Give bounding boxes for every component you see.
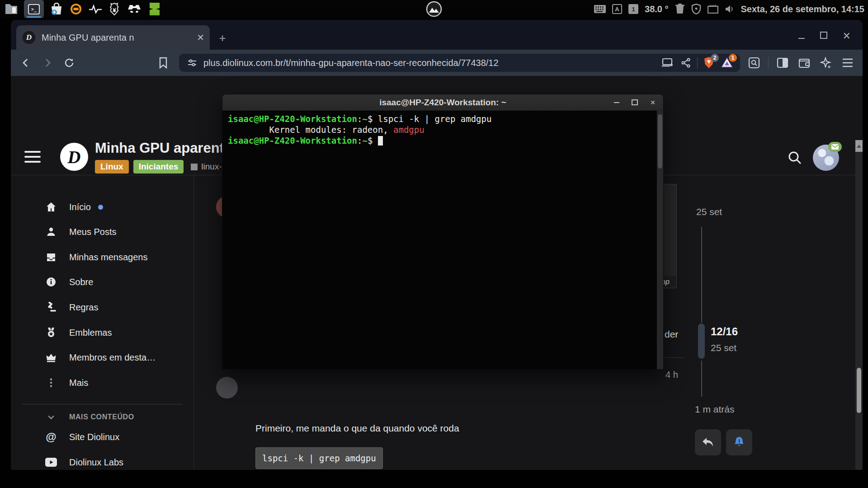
site-settings-tune-icon[interactable] xyxy=(185,56,199,70)
page-scrollbar-thumb[interactable] xyxy=(857,368,861,413)
terminal-close-button[interactable]: × xyxy=(649,99,657,107)
youtube-icon xyxy=(45,456,57,468)
sidebar-item-membros[interactable]: Membros em desta… xyxy=(33,345,186,370)
minimize-button[interactable] xyxy=(798,32,805,40)
leo-ai-sparkle-icon[interactable] xyxy=(818,55,834,70)
forum-menu-icon[interactable] xyxy=(24,151,41,163)
gavel-icon xyxy=(45,301,57,313)
sidebar-item-inicio[interactable]: Início xyxy=(33,194,186,220)
at-icon: @ xyxy=(45,431,57,443)
sidebar-item-mais[interactable]: Mais xyxy=(33,370,186,395)
page-scrollbar-track[interactable] xyxy=(855,140,863,470)
bookmarks-flag-icon[interactable] xyxy=(156,55,171,70)
tag-iniciantes[interactable]: Iniciantes xyxy=(133,160,184,174)
sidebar-item-minhas-mensagens[interactable]: Minhas mensagens xyxy=(33,244,186,270)
sidebar-item-emblemas[interactable]: Emblemas xyxy=(33,320,186,345)
reload-button[interactable] xyxy=(61,55,77,70)
rewards-count-badge: 1 xyxy=(729,54,737,62)
keyboard-layout-letter[interactable]: A xyxy=(612,4,622,14)
scrollbar-up-button[interactable] xyxy=(855,140,863,152)
sidebar-toggle-icon[interactable] xyxy=(775,55,790,70)
sidebar-item-regras[interactable]: Regras xyxy=(33,295,186,320)
inline-code-block[interactable]: lspci -k | grep amdgpu xyxy=(255,447,383,469)
maximize-button[interactable] xyxy=(820,32,827,40)
medal-icon xyxy=(45,327,57,338)
terminal-restore-button[interactable] xyxy=(631,99,639,107)
sidebar-section-divider xyxy=(22,404,183,404)
network-tray-icon[interactable] xyxy=(708,0,718,18)
url-bar[interactable]: plus.diolinux.com.br/t/minha-gpu-aparent… xyxy=(179,54,740,72)
browser-tab-active[interactable]: D Minha GPU aparenta n ✕ xyxy=(16,25,210,50)
sidebar-item-site-diolinux[interactable]: @ Site Diolinux xyxy=(33,424,186,450)
sidebar-item-diolinux-labs[interactable]: Diolinux Labs xyxy=(33,450,186,470)
new-tab-button[interactable]: + xyxy=(215,31,230,45)
post-time-fragment: 4 h xyxy=(665,370,678,380)
terminal-body[interactable]: isaac@HP-Z420-Workstation:~$ lspci -k | … xyxy=(222,111,663,369)
post-text-fragment: der xyxy=(665,329,678,340)
back-button[interactable] xyxy=(18,55,33,70)
terminal-minimize-button[interactable] xyxy=(613,99,621,107)
volume-tray-icon[interactable] xyxy=(725,0,735,18)
brave-rewards-icon[interactable]: 1 xyxy=(720,56,734,70)
terminal-icon: >_ xyxy=(28,4,40,14)
more-dots-icon xyxy=(45,377,57,389)
terminal-titlebar[interactable]: isaac@HP-Z420-Workstation: ~ × xyxy=(222,94,663,111)
file-manager-icon[interactable] xyxy=(5,0,18,18)
search-tab-icon[interactable] xyxy=(746,55,762,70)
brave-shields-icon[interactable]: 2 xyxy=(702,56,716,70)
sidebar-divider xyxy=(193,175,194,470)
retroarch-icon[interactable] xyxy=(127,0,142,18)
shields-count-badge: 2 xyxy=(711,54,719,62)
activities-mountain-icon[interactable] xyxy=(426,1,442,17)
browser-menu-icon[interactable] xyxy=(840,55,855,70)
home-icon xyxy=(45,201,57,213)
forward-button[interactable] xyxy=(40,55,55,70)
url-text[interactable]: plus.diolinux.com.br/t/minha-gpu-aparent… xyxy=(203,58,656,68)
search-icon[interactable] xyxy=(787,150,802,165)
terminal-line-command: isaac@HP-Z420-Workstation:~$ lspci -k | … xyxy=(228,113,654,124)
system-tray: A 1 38.0 ° Sexta, 26 de setembro, 14:15 xyxy=(594,0,864,18)
chevron-down-icon xyxy=(45,411,57,423)
unread-dot xyxy=(98,205,103,210)
terminal-scrollbar-thumb[interactable] xyxy=(658,114,662,169)
send-to-device-icon[interactable] xyxy=(661,56,675,70)
share-icon[interactable] xyxy=(679,56,693,70)
close-window-button[interactable]: ✕ xyxy=(843,32,851,40)
brave-app-icon[interactable] xyxy=(108,0,121,18)
timeline-track xyxy=(701,361,702,397)
sidebar-item-meus-posts[interactable]: Meus Posts xyxy=(33,219,186,244)
reply-button[interactable] xyxy=(695,429,721,455)
timeline-top-date: 25 set xyxy=(696,206,722,217)
terminal-scrollbar[interactable] xyxy=(657,111,663,369)
temperature-readout: 38.0 ° xyxy=(645,4,668,14)
notification-bell-button[interactable] xyxy=(726,429,752,455)
info-icon xyxy=(45,276,57,288)
update-manager-icon[interactable] xyxy=(69,0,83,18)
tab-favicon: D xyxy=(22,30,36,45)
timeline-scrubber[interactable] xyxy=(698,324,705,359)
timeline-position-date: 25 set xyxy=(711,343,736,353)
tab-close-icon[interactable]: ✕ xyxy=(197,32,204,43)
keyboard-layout-number[interactable]: 1 xyxy=(628,4,638,14)
tag-linux[interactable]: Linux xyxy=(95,160,129,174)
inbox-icon xyxy=(45,251,57,263)
terminal-line-output: Kernel modules: radeon, amdgpu xyxy=(228,124,654,135)
crown-icon xyxy=(45,352,57,363)
wallet-icon[interactable] xyxy=(797,55,812,70)
system-monitor-icon[interactable] xyxy=(89,0,102,18)
keyboard-tray-icon[interactable] xyxy=(594,0,606,18)
diolinux-logo[interactable]: D xyxy=(60,143,88,171)
terminal-app-icon-active[interactable]: >_ xyxy=(24,0,44,18)
shield-tray-icon[interactable] xyxy=(691,0,701,18)
terminal-cursor xyxy=(378,136,383,145)
green-app-icon[interactable] xyxy=(148,0,161,18)
sidebar-item-sobre[interactable]: Sobre xyxy=(33,269,186,295)
terminal-window[interactable]: isaac@HP-Z420-Workstation: ~ × isaac@HP-… xyxy=(222,94,664,370)
software-store-icon[interactable] xyxy=(50,0,63,18)
topic-tags: Linux Iniciantes linux-mi xyxy=(95,160,231,174)
timeline-track xyxy=(701,227,702,323)
trash-tray-icon[interactable] xyxy=(675,0,685,18)
clock-date[interactable]: Sexta, 26 de setembro, 14:15 xyxy=(741,4,864,14)
post-author-avatar[interactable] xyxy=(216,377,238,399)
post-paragraph-1: Primeiro, me manda o que da quando você … xyxy=(255,423,459,434)
